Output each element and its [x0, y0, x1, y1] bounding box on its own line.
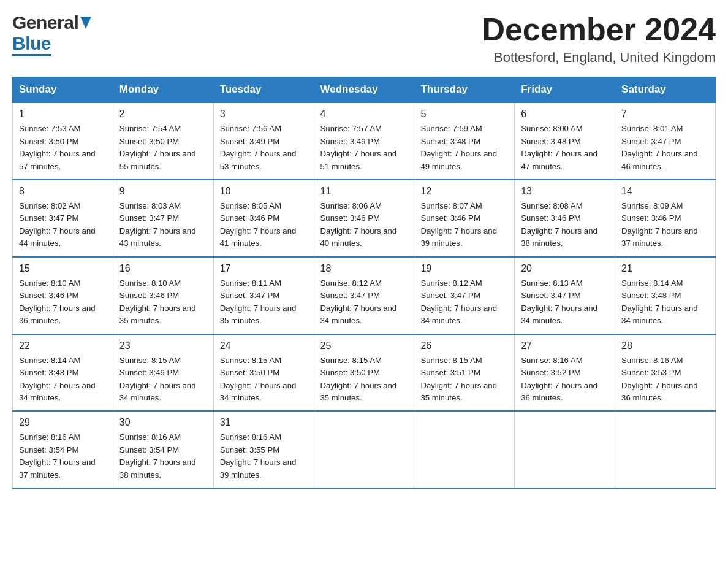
- day-number: 5: [420, 107, 508, 121]
- day-info: Sunrise: 8:16 AMSunset: 3:54 PMDaylight:…: [19, 432, 96, 479]
- page-header: General Blue December 2024 Bottesford, E…: [12, 12, 716, 66]
- day-number: 24: [220, 339, 308, 353]
- day-info: Sunrise: 7:59 AMSunset: 3:48 PMDaylight:…: [420, 124, 497, 170]
- logo-triangle-icon: [80, 17, 91, 29]
- day-info: Sunrise: 8:14 AMSunset: 3:48 PMDaylight:…: [621, 278, 698, 325]
- day-info: Sunrise: 8:14 AMSunset: 3:48 PMDaylight:…: [19, 356, 96, 402]
- day-info: Sunrise: 8:02 AMSunset: 3:47 PMDaylight:…: [19, 201, 96, 248]
- calendar-day-cell: 27 Sunrise: 8:16 AMSunset: 3:52 PMDaylig…: [515, 334, 615, 412]
- day-info: Sunrise: 8:00 AMSunset: 3:48 PMDaylight:…: [521, 124, 597, 170]
- calendar-day-cell: 18 Sunrise: 8:12 AMSunset: 3:47 PMDaylig…: [314, 257, 414, 334]
- day-info: Sunrise: 8:08 AMSunset: 3:46 PMDaylight:…: [521, 201, 597, 248]
- day-number: 19: [420, 261, 508, 276]
- day-info: Sunrise: 8:16 AMSunset: 3:55 PMDaylight:…: [220, 432, 297, 479]
- day-info: Sunrise: 8:03 AMSunset: 3:47 PMDaylight:…: [119, 201, 196, 248]
- day-number: 9: [119, 184, 207, 199]
- calendar-week-row: 22 Sunrise: 8:14 AMSunset: 3:48 PMDaylig…: [13, 334, 716, 412]
- day-info: Sunrise: 8:16 AMSunset: 3:53 PMDaylight:…: [621, 356, 698, 402]
- day-number: 15: [19, 261, 107, 276]
- calendar-day-cell: 21 Sunrise: 8:14 AMSunset: 3:48 PMDaylig…: [615, 257, 716, 334]
- day-number: 4: [320, 107, 408, 121]
- day-number: 3: [220, 107, 308, 121]
- calendar-day-cell: [515, 411, 615, 488]
- calendar-day-cell: 16 Sunrise: 8:10 AMSunset: 3:46 PMDaylig…: [113, 257, 213, 334]
- day-number: 28: [621, 339, 709, 353]
- calendar-day-cell: 9 Sunrise: 8:03 AMSunset: 3:47 PMDayligh…: [113, 180, 213, 257]
- calendar-day-cell: 24 Sunrise: 8:15 AMSunset: 3:50 PMDaylig…: [213, 334, 314, 412]
- calendar-day-cell: 8 Sunrise: 8:02 AMSunset: 3:47 PMDayligh…: [13, 180, 113, 257]
- calendar-day-cell: 15 Sunrise: 8:10 AMSunset: 3:46 PMDaylig…: [13, 257, 113, 334]
- day-number: 21: [621, 261, 709, 276]
- day-info: Sunrise: 8:15 AMSunset: 3:50 PMDaylight:…: [220, 356, 297, 402]
- day-number: 7: [621, 107, 709, 121]
- calendar-day-cell: 14 Sunrise: 8:09 AMSunset: 3:46 PMDaylig…: [615, 180, 716, 257]
- day-info: Sunrise: 8:16 AMSunset: 3:52 PMDaylight:…: [521, 356, 597, 402]
- calendar-day-cell: 17 Sunrise: 8:11 AMSunset: 3:47 PMDaylig…: [213, 257, 314, 334]
- calendar-day-cell: 23 Sunrise: 8:15 AMSunset: 3:49 PMDaylig…: [113, 334, 213, 412]
- calendar-day-cell: 4 Sunrise: 7:57 AMSunset: 3:49 PMDayligh…: [314, 102, 414, 180]
- day-number: 27: [521, 339, 609, 353]
- weekday-header-sunday: Sunday: [13, 77, 113, 103]
- calendar-day-cell: 1 Sunrise: 7:53 AMSunset: 3:50 PMDayligh…: [13, 102, 113, 180]
- day-number: 16: [119, 261, 207, 276]
- day-number: 23: [119, 339, 207, 353]
- day-number: 20: [521, 261, 609, 276]
- logo: General Blue: [12, 12, 91, 54]
- calendar-week-row: 29 Sunrise: 8:16 AMSunset: 3:54 PMDaylig…: [13, 411, 716, 488]
- title-block: December 2024 Bottesford, England, Unite…: [482, 12, 716, 66]
- calendar-day-cell: 13 Sunrise: 8:08 AMSunset: 3:46 PMDaylig…: [515, 180, 615, 257]
- calendar-day-cell: 25 Sunrise: 8:15 AMSunset: 3:50 PMDaylig…: [314, 334, 414, 412]
- day-number: 25: [320, 339, 408, 353]
- day-number: 18: [320, 261, 408, 276]
- day-info: Sunrise: 8:15 AMSunset: 3:50 PMDaylight:…: [320, 356, 397, 402]
- calendar-day-cell: [414, 411, 515, 488]
- day-info: Sunrise: 7:57 AMSunset: 3:49 PMDaylight:…: [320, 124, 397, 170]
- calendar-table: SundayMondayTuesdayWednesdayThursdayFrid…: [12, 77, 716, 489]
- day-number: 31: [220, 415, 308, 430]
- calendar-day-cell: 6 Sunrise: 8:00 AMSunset: 3:48 PMDayligh…: [515, 102, 615, 180]
- day-number: 11: [320, 184, 408, 199]
- month-title: December 2024: [482, 12, 716, 47]
- day-number: 26: [420, 339, 508, 353]
- calendar-week-row: 15 Sunrise: 8:10 AMSunset: 3:46 PMDaylig…: [13, 257, 716, 334]
- calendar-day-cell: 3 Sunrise: 7:56 AMSunset: 3:49 PMDayligh…: [213, 102, 314, 180]
- weekday-header-friday: Friday: [515, 77, 615, 103]
- day-info: Sunrise: 8:01 AMSunset: 3:47 PMDaylight:…: [621, 124, 698, 170]
- weekday-header-thursday: Thursday: [414, 77, 515, 103]
- weekday-header-tuesday: Tuesday: [213, 77, 314, 103]
- day-info: Sunrise: 8:12 AMSunset: 3:47 PMDaylight:…: [320, 278, 397, 325]
- calendar-week-row: 8 Sunrise: 8:02 AMSunset: 3:47 PMDayligh…: [13, 180, 716, 257]
- day-info: Sunrise: 7:56 AMSunset: 3:49 PMDaylight:…: [220, 124, 297, 170]
- day-info: Sunrise: 8:09 AMSunset: 3:46 PMDaylight:…: [621, 201, 698, 248]
- calendar-day-cell: 29 Sunrise: 8:16 AMSunset: 3:54 PMDaylig…: [13, 411, 113, 488]
- day-number: 17: [220, 261, 308, 276]
- day-number: 10: [220, 184, 308, 199]
- day-number: 13: [521, 184, 609, 199]
- calendar-day-cell: 7 Sunrise: 8:01 AMSunset: 3:47 PMDayligh…: [615, 102, 716, 180]
- calendar-day-cell: 10 Sunrise: 8:05 AMSunset: 3:46 PMDaylig…: [213, 180, 314, 257]
- day-number: 30: [119, 415, 207, 430]
- day-info: Sunrise: 7:53 AMSunset: 3:50 PMDaylight:…: [19, 124, 96, 170]
- day-info: Sunrise: 8:16 AMSunset: 3:54 PMDaylight:…: [119, 432, 196, 479]
- day-number: 2: [119, 107, 207, 121]
- calendar-day-cell: 26 Sunrise: 8:15 AMSunset: 3:51 PMDaylig…: [414, 334, 515, 412]
- weekday-header-monday: Monday: [113, 77, 213, 103]
- day-info: Sunrise: 8:10 AMSunset: 3:46 PMDaylight:…: [119, 278, 196, 325]
- day-info: Sunrise: 8:13 AMSunset: 3:47 PMDaylight:…: [521, 278, 597, 325]
- day-info: Sunrise: 8:15 AMSunset: 3:49 PMDaylight:…: [119, 356, 196, 402]
- calendar-day-cell: [615, 411, 716, 488]
- day-info: Sunrise: 8:06 AMSunset: 3:46 PMDaylight:…: [320, 201, 397, 248]
- calendar-day-cell: 2 Sunrise: 7:54 AMSunset: 3:50 PMDayligh…: [113, 102, 213, 180]
- day-number: 29: [19, 415, 107, 430]
- day-info: Sunrise: 8:10 AMSunset: 3:46 PMDaylight:…: [19, 278, 96, 325]
- calendar-day-cell: 28 Sunrise: 8:16 AMSunset: 3:53 PMDaylig…: [615, 334, 716, 412]
- calendar-day-cell: 30 Sunrise: 8:16 AMSunset: 3:54 PMDaylig…: [113, 411, 213, 488]
- day-number: 22: [19, 339, 107, 353]
- day-info: Sunrise: 7:54 AMSunset: 3:50 PMDaylight:…: [119, 124, 196, 170]
- day-info: Sunrise: 8:07 AMSunset: 3:46 PMDaylight:…: [420, 201, 497, 248]
- day-number: 12: [420, 184, 508, 199]
- day-number: 6: [521, 107, 609, 121]
- day-info: Sunrise: 8:11 AMSunset: 3:47 PMDaylight:…: [220, 278, 297, 325]
- weekday-header-wednesday: Wednesday: [314, 77, 414, 103]
- day-info: Sunrise: 8:12 AMSunset: 3:47 PMDaylight:…: [420, 278, 497, 325]
